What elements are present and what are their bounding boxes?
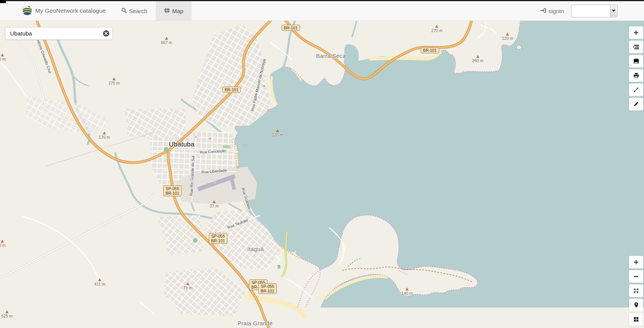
tab-search[interactable]: Search xyxy=(113,1,156,20)
top-left-nub xyxy=(0,0,6,3)
layers-button[interactable] xyxy=(629,41,643,53)
geonetwork-logo-icon xyxy=(22,5,32,17)
peak-icon xyxy=(435,25,438,28)
background-layers-button[interactable] xyxy=(629,313,643,326)
zoom-extent-button[interactable] xyxy=(629,284,643,297)
print-button[interactable] xyxy=(629,69,643,82)
peak-icon xyxy=(103,131,106,134)
geolocate-button[interactable] xyxy=(629,299,643,311)
map-canvas xyxy=(0,0,644,328)
signin-label: signIn xyxy=(549,8,564,14)
peak-icon xyxy=(1,240,4,243)
map-tools-toolbar xyxy=(629,26,643,110)
location-pin-icon xyxy=(634,302,639,308)
peak-icon xyxy=(165,37,168,40)
peak-icon xyxy=(112,77,116,80)
zoom-in-button[interactable] xyxy=(629,256,643,269)
map-viewport[interactable]: UbatubaBarra SecaItaguáPraia GrandeRua C… xyxy=(0,0,644,328)
add-layer-button[interactable] xyxy=(629,26,643,39)
tab-map-label: Map xyxy=(172,8,183,14)
brand-title: My GeoNetwork catalogue xyxy=(35,7,106,14)
peak-icon xyxy=(276,129,279,132)
book-icon xyxy=(633,58,639,64)
map-zoom-toolbar xyxy=(629,256,643,326)
peak-icon xyxy=(1,53,4,56)
map-search-input[interactable] xyxy=(5,30,103,37)
plus-icon xyxy=(633,30,639,36)
tab-map[interactable]: Map xyxy=(156,1,192,20)
grid-icon xyxy=(633,316,639,322)
top-border xyxy=(0,0,644,1)
maps-button[interactable] xyxy=(629,55,643,68)
signin-button[interactable]: signIn xyxy=(540,8,564,14)
arrows-out-icon xyxy=(633,288,639,294)
peak-icon xyxy=(213,200,216,203)
geonetwork-app: UbatubaBarra SecaItaguáPraia GrandeRua C… xyxy=(0,0,644,328)
header-bar: My GeoNetwork catalogue Search Map signI… xyxy=(0,1,644,21)
measure-button[interactable] xyxy=(629,83,643,96)
plus-icon xyxy=(633,259,639,265)
language-select[interactable] xyxy=(571,5,618,17)
clear-search-icon[interactable] xyxy=(103,30,109,37)
zoom-out-button[interactable] xyxy=(629,270,643,283)
annotations-button[interactable] xyxy=(629,98,643,110)
signin-icon xyxy=(540,8,546,14)
peak-icon xyxy=(476,55,479,58)
minus-icon xyxy=(633,274,639,279)
layers-icon xyxy=(633,44,639,50)
brand[interactable]: My GeoNetwork catalogue xyxy=(22,5,106,17)
printer-icon xyxy=(633,73,639,78)
search-icon xyxy=(121,8,127,14)
diagonal-arrows-icon xyxy=(633,87,639,93)
select-caret xyxy=(610,5,617,17)
globe-icon xyxy=(164,8,170,14)
peak-icon xyxy=(98,278,101,281)
map-search-box[interactable] xyxy=(5,27,113,40)
tab-search-label: Search xyxy=(129,8,148,14)
pencil-icon xyxy=(633,101,639,107)
peak-icon xyxy=(506,32,509,36)
peak-icon xyxy=(5,310,9,313)
peak-icon xyxy=(186,282,189,285)
peak-icon xyxy=(405,287,409,291)
